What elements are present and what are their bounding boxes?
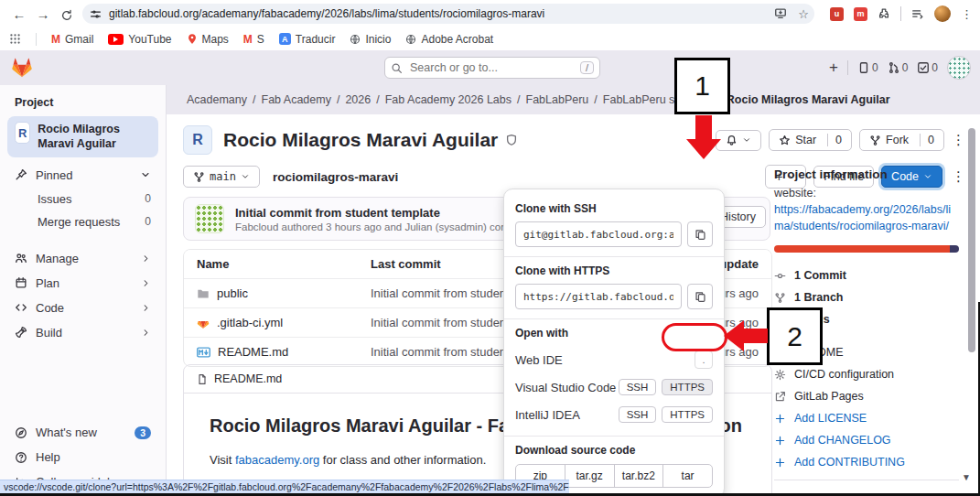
sidebar-section-label: Project: [0, 85, 166, 114]
issues-counter[interactable]: 0: [857, 61, 878, 74]
branches-stat[interactable]: 1 Branch: [774, 291, 959, 304]
divider: [504, 318, 724, 319]
annotation-arrow-1: [695, 115, 712, 140]
scroll-down-icon[interactable]: ▼: [962, 472, 971, 482]
clone-https-input[interactable]: [515, 284, 682, 309]
breadcrumb-item[interactable]: Fab Academy 2026 Labs: [385, 93, 512, 106]
bookmark-inicio[interactable]: Inicio: [350, 33, 391, 46]
breadcrumb: Academany/ Fab Academy/ 2026/ Fab Academ…: [167, 85, 980, 114]
fabacademy-link[interactable]: fabacademy.org: [235, 453, 319, 467]
user-avatar[interactable]: [947, 56, 971, 80]
sidebar-item-build[interactable]: Build: [0, 320, 166, 345]
star-count[interactable]: 0: [827, 134, 842, 146]
gitlab-pages-link[interactable]: GitLab Pages: [774, 390, 959, 403]
branch-selector[interactable]: main: [183, 166, 260, 188]
divider: [504, 256, 724, 257]
chevron-right-icon: [141, 253, 151, 264]
file-name-link[interactable]: README.md: [218, 345, 288, 359]
pin-icon: [15, 168, 27, 181]
sidebar-item-merge-requests[interactable]: Merge requests 0: [0, 210, 166, 233]
language-bar[interactable]: [774, 245, 959, 253]
bookmark-maps[interactable]: Maps: [187, 33, 229, 46]
install-icon[interactable]: [774, 7, 787, 20]
sidebar-project-item[interactable]: R Rocio Milagros Maravi Aguilar: [7, 116, 158, 157]
clone-ssh-input[interactable]: [515, 221, 682, 247]
url-bar[interactable]: gitlab.fabcloud.org/academany/fabacademy…: [82, 4, 814, 24]
page-scrollbar[interactable]: [968, 128, 975, 352]
breadcrumb-item[interactable]: FabLabPeru: [526, 93, 589, 106]
bookmark-traducir[interactable]: ATraducir: [279, 33, 336, 46]
intellij-https-button[interactable]: HTTPS: [662, 406, 713, 423]
sidebar-item-plan[interactable]: Plan: [0, 271, 166, 296]
extensions-puzzle-icon[interactable]: [878, 7, 890, 20]
search-input[interactable]: [408, 60, 580, 75]
breadcrumb-item[interactable]: Fab Academy: [262, 93, 331, 106]
status-link-text: vscode://vscode.git/clone?url=https%3A%2…: [4, 481, 569, 492]
star-button[interactable]: Star 0: [769, 129, 852, 151]
file-name-link[interactable]: .gitlab-ci.yml: [217, 316, 283, 329]
sidebar-item-help[interactable]: Help: [0, 445, 166, 469]
breadcrumb-sep: /: [337, 93, 339, 106]
visibility-shield-icon: [505, 134, 518, 146]
download-tar-button[interactable]: tar: [662, 465, 712, 487]
site-settings-icon[interactable]: [90, 8, 102, 20]
gitlab-logo-icon[interactable]: [11, 57, 33, 79]
plus-icon: [774, 457, 786, 469]
search-shortcut-key: /: [580, 61, 594, 74]
merge-requests-counter[interactable]: 0: [888, 61, 909, 74]
apps-grid-icon[interactable]: [9, 33, 21, 45]
vscode-ssh-button[interactable]: SSH: [619, 379, 657, 395]
project-options-icon[interactable]: ⋮: [952, 132, 965, 148]
file-name-link[interactable]: public: [217, 286, 248, 300]
back-icon[interactable]: ←: [7, 6, 31, 22]
website-link[interactable]: https://fabacademy.org/2026/labs/lima/st…: [774, 201, 959, 234]
merge-request-icon: [888, 61, 900, 74]
sidebar-item-whats-new[interactable]: What's new 3: [0, 420, 166, 445]
fork-button[interactable]: Fork 0: [859, 129, 944, 151]
download-targz-button[interactable]: tar.gz: [565, 465, 614, 487]
bookmark-s[interactable]: MS: [243, 33, 264, 46]
intellij-ssh-button[interactable]: SSH: [619, 406, 657, 423]
commit-author-avatar[interactable]: [195, 204, 224, 233]
tab-list-icon[interactable]: [911, 7, 924, 20]
add-license-link[interactable]: Add LICENSE: [774, 412, 959, 425]
bookmark-youtube[interactable]: YouTube: [108, 33, 171, 46]
sidebar-item-manage[interactable]: Manage: [0, 246, 166, 271]
sidebar-item-code[interactable]: Code: [0, 296, 166, 320]
page-title: Rocio Milagros Maravi Aguilar: [223, 129, 498, 151]
chrome-menu-icon[interactable]: ⋮: [961, 7, 973, 21]
url-text[interactable]: gitlab.fabcloud.org/academany/fabacademy…: [109, 7, 544, 20]
cicd-configuration-link[interactable]: CI/CD configuration: [774, 368, 959, 381]
open-vscode-item: Visual Studio Code SSH HTTPS: [515, 373, 713, 401]
sidebar-item-pinned[interactable]: Pinned: [0, 163, 166, 188]
breadcrumb-item[interactable]: Academany: [187, 93, 247, 106]
bookmark-gmail[interactable]: MGmail: [51, 33, 93, 46]
screen: ← → gitlab.fabcloud.org/academany/fabaca…: [0, 0, 980, 496]
globe-icon: [405, 34, 416, 45]
copy-ssh-button[interactable]: [687, 221, 713, 247]
copy-https-button[interactable]: [687, 284, 713, 309]
global-search[interactable]: /: [384, 57, 600, 79]
divider: [504, 436, 724, 437]
commits-stat[interactable]: 1 Commit: [774, 269, 959, 282]
download-tarbz2-button[interactable]: tar.bz2: [614, 465, 663, 487]
browser-profile-avatar[interactable]: [934, 5, 951, 22]
add-contributing-link[interactable]: Add CONTRIBUTING: [774, 456, 959, 469]
notifications-button[interactable]: [716, 130, 761, 151]
project-information-title: Project information: [774, 167, 959, 181]
browser-status-bar: vscode://vscode.git/clone?url=https%3A%2…: [0, 480, 569, 493]
sidebar-item-issues[interactable]: Issues 0: [0, 188, 166, 210]
breadcrumb-item[interactable]: 2026: [345, 93, 371, 106]
extension-icon-2[interactable]: m: [854, 7, 867, 21]
create-new-icon[interactable]: +: [829, 59, 838, 77]
reload-icon[interactable]: [55, 5, 79, 21]
forward-icon[interactable]: →: [31, 6, 55, 22]
bookmark-star-icon[interactable]: ☆: [798, 7, 809, 21]
todos-counter[interactable]: 0: [917, 61, 938, 74]
extension-icon-1[interactable]: u: [830, 7, 844, 21]
vscode-https-button[interactable]: HTTPS: [662, 379, 713, 395]
bookmark-acrobat[interactable]: Adobe Acrobat: [405, 33, 493, 46]
whats-new-icon: [15, 426, 27, 439]
fork-count[interactable]: 0: [920, 134, 934, 146]
add-changelog-link[interactable]: Add CHANGELOG: [774, 434, 959, 447]
